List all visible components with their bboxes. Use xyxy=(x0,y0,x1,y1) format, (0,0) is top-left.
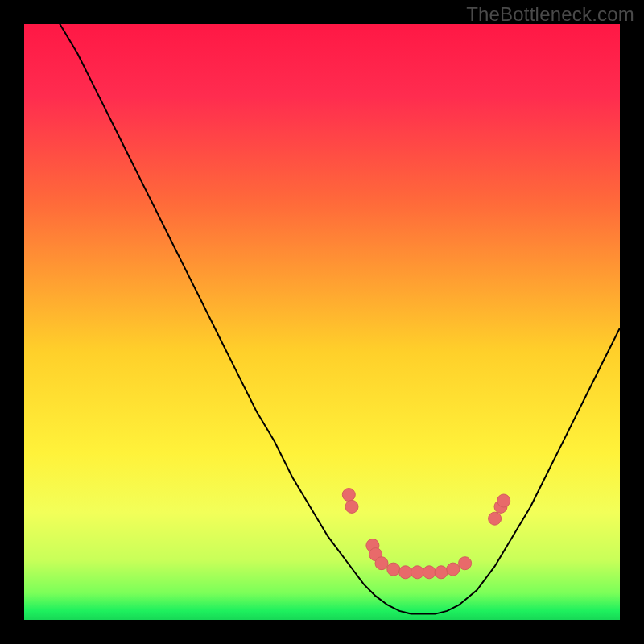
highlight-point xyxy=(399,566,412,579)
highlight-point xyxy=(423,566,436,579)
watermark-text: TheBottleneck.com xyxy=(466,3,634,26)
curve-layer xyxy=(24,24,620,620)
chart-frame: TheBottleneck.com xyxy=(0,0,644,644)
highlight-point xyxy=(459,557,472,570)
bottleneck-curve xyxy=(24,24,620,614)
highlight-markers xyxy=(342,489,510,579)
plot-area xyxy=(24,24,620,620)
highlight-point xyxy=(489,512,502,525)
highlight-point xyxy=(345,500,358,513)
highlight-point xyxy=(387,563,400,576)
highlight-point xyxy=(411,566,423,579)
highlight-point xyxy=(497,494,510,507)
highlight-point xyxy=(447,563,460,576)
highlight-point xyxy=(435,566,448,579)
highlight-point xyxy=(342,489,355,502)
highlight-point xyxy=(375,557,388,570)
